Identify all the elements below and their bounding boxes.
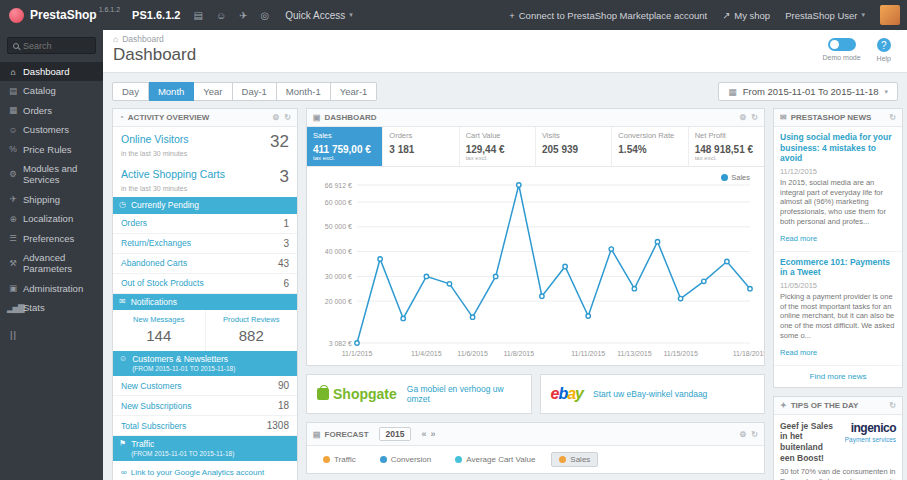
out-of-stock-link[interactable]: Out of Stock Products	[121, 278, 204, 288]
help-icon[interactable]: ?	[877, 38, 891, 52]
chart-legend[interactable]: Sales	[721, 173, 750, 182]
sidebar-item-label: Modules and Services	[23, 163, 96, 186]
search-icon	[13, 43, 19, 49]
sidebar-search[interactable]	[7, 37, 96, 54]
date-range-picker[interactable]: ▦ From 2015-11-01 To 2015-11-18 ▾	[718, 82, 898, 101]
new-messages-cell[interactable]: New Messages 144	[113, 310, 206, 351]
ebay-promo[interactable]: ebay Start uw eBay-winkel vandaag	[540, 374, 766, 414]
ebay-link[interactable]: Start uw eBay-winkel vandaag	[593, 389, 707, 399]
sidebar-item-preferences[interactable]: ☰ Preferences	[0, 229, 103, 248]
user-menu[interactable]: PrestaShop User ▾	[785, 10, 865, 21]
sidebar-item-catalog[interactable]: ▤ Catalog	[0, 81, 103, 100]
range-year-button[interactable]: Year	[194, 82, 232, 101]
dashboard-panel: ▣ DASHBOARD ⚙ ↻ Sales 411 759,00 € tax e…	[306, 108, 765, 366]
new-customers-link[interactable]: New Customers	[121, 381, 181, 391]
read-more-link[interactable]: Read more	[780, 234, 817, 243]
range-day-1-button[interactable]: Day-1	[233, 82, 277, 101]
read-more-link[interactable]: Read more	[780, 348, 817, 357]
google-analytics-link[interactable]: ∞ Link to your Google Analytics account	[113, 461, 297, 480]
profile-icon[interactable]: ☺	[216, 10, 226, 21]
range-year-1-button[interactable]: Year-1	[331, 82, 378, 101]
topbar: PrestaShop 1.6.1.2 PS1.6.1.2 ▤ ☺ ✈ ◎ Qui…	[0, 0, 907, 30]
pending-returns-link[interactable]: Return/Exchanges	[121, 238, 191, 248]
total-subscribers-row: Total Subscribers 1308	[113, 416, 297, 436]
quick-access-menu[interactable]: Quick Access ▾	[285, 10, 353, 21]
sidebar-item-shipping[interactable]: ✈ Shipping	[0, 190, 103, 209]
envelope-icon: ✉	[119, 297, 126, 307]
search-input[interactable]	[23, 41, 93, 51]
cart-icon[interactable]: ▤	[193, 10, 202, 21]
refresh-icon[interactable]: ↻	[751, 113, 758, 122]
sidebar-item-price-rules[interactable]: % Price Rules	[0, 140, 103, 159]
abandoned-carts-link[interactable]: Abandoned Carts	[121, 258, 187, 268]
kpi-net-profit[interactable]: Net Profit 148 918,51 € tax excl.	[689, 127, 764, 166]
my-shop-link[interactable]: ↗ My shop	[722, 10, 770, 21]
range-day-button[interactable]: Day	[112, 82, 149, 101]
online-visitors-metric: Online Visitors 32	[113, 127, 297, 150]
send-icon[interactable]: ✈	[239, 10, 247, 21]
dashboard-icon: ▣	[313, 113, 321, 122]
news-article-excerpt: In 2015, social media are an integral pa…	[780, 178, 896, 227]
find-more-news-link[interactable]: Find more news	[774, 366, 902, 387]
online-visitors-sub: in the last 30 minutes	[113, 150, 297, 162]
sidebar-item-dashboard[interactable]: ⌂ Dashboard	[0, 62, 103, 81]
range-month-button[interactable]: Month	[149, 82, 194, 101]
sidebar-item-advanced-parameters[interactable]: ⚒ Advanced Parameters	[0, 248, 103, 279]
average-cart-value-dot-icon	[455, 456, 462, 463]
news-panel-header: ✉ PRESTASHOP NEWS ↻	[774, 109, 902, 127]
refresh-icon[interactable]: ↻	[284, 113, 291, 122]
forecast-legend-average-cart-value[interactable]: Average Cart Value	[447, 452, 543, 467]
collapse-sidebar-button[interactable]: ||	[0, 317, 103, 353]
out-of-stock-row: Out of Stock Products 6	[113, 274, 297, 294]
kpi-sales[interactable]: Sales 411 759,00 € tax excl.	[307, 127, 383, 166]
sidebar-item-administration[interactable]: ▣ Administration	[0, 279, 103, 298]
chevron-down-icon: ▾	[349, 11, 353, 19]
forecast-panel-header: ▤ FORECAST 2015 « » ⚙ ↻	[307, 423, 764, 446]
gear-icon[interactable]: ⚙	[739, 430, 746, 439]
sidebar-item-localization[interactable]: ⊕ Localization	[0, 209, 103, 228]
new-subscriptions-link[interactable]: New Subscriptions	[121, 401, 191, 411]
sidebar-item-label: Customers	[23, 124, 69, 135]
tip-content: Geef je Sales in het buitenland een Boos…	[774, 415, 902, 480]
sidebar-item-modules[interactable]: ⚙ Modules and Services	[0, 159, 103, 190]
shopgate-link[interactable]: Ga mobiel en verhoog uw omzet	[407, 384, 521, 404]
forecast-legend-traffic[interactable]: Traffic	[315, 452, 364, 467]
kpi-visits[interactable]: Visits 205 939	[536, 127, 612, 166]
product-reviews-cell[interactable]: Product Reviews 882	[206, 310, 298, 351]
range-month-1-button[interactable]: Month-1	[277, 82, 331, 101]
svg-text:3 082 €: 3 082 €	[329, 340, 352, 347]
svg-text:11/15/2015: 11/15/2015	[663, 350, 698, 357]
gear-icon[interactable]: ⚙	[739, 113, 746, 122]
pending-orders-link[interactable]: Orders	[121, 218, 147, 228]
active-carts-link[interactable]: Active Shopping Carts	[121, 168, 225, 180]
kpi-orders[interactable]: Orders 3 181	[383, 127, 459, 166]
online-visitors-link[interactable]: Online Visitors	[121, 133, 189, 145]
shopgate-promo[interactable]: Shopgate Ga mobiel en verhoog uw omzet	[306, 374, 532, 414]
forecast-icon: ▤	[313, 430, 321, 439]
refresh-icon[interactable]: ↻	[751, 430, 758, 439]
shop-name[interactable]: PS1.6.1.2	[132, 9, 180, 21]
forecast-year-select[interactable]: 2015	[379, 427, 412, 441]
sidebar-item-orders[interactable]: ▦ Orders	[0, 101, 103, 120]
total-subscribers-link[interactable]: Total Subscribers	[121, 421, 186, 431]
lifering-icon[interactable]: ◎	[261, 10, 270, 21]
forecast-legend-sales[interactable]: Sales	[551, 452, 598, 467]
sidebar-item-customers[interactable]: ☺ Customers	[0, 120, 103, 139]
demo-mode-toggle[interactable]	[828, 38, 856, 51]
gear-icon[interactable]: ⚙	[272, 113, 279, 122]
previous-year-icon[interactable]: «	[421, 429, 426, 439]
refresh-icon[interactable]: ↻	[889, 113, 896, 122]
sidebar-item-label: Price Rules	[23, 144, 72, 155]
kpi-conversion-rate[interactable]: Conversion Rate 1.54%	[612, 127, 688, 166]
forecast-legend-conversion[interactable]: Conversion	[372, 452, 439, 467]
refresh-icon[interactable]: ↻	[889, 401, 896, 410]
sidebar-item-stats[interactable]: ▂▅▇ Stats	[0, 298, 103, 317]
kpi-cart-value[interactable]: Cart Value 129,44 € tax excl.	[460, 127, 536, 166]
next-year-icon[interactable]: »	[431, 429, 436, 439]
sidebar-item-label: Shipping	[23, 194, 60, 205]
page-title: Dashboard	[113, 45, 196, 65]
news-article-title-link[interactable]: Using social media for your business: 4 …	[780, 132, 896, 164]
news-article-title-link[interactable]: Ecommerce 101: Payments in a Tweet	[780, 257, 896, 278]
avatar[interactable]	[880, 5, 900, 25]
marketplace-link[interactable]: + Connect to PrestaShop Marketplace acco…	[509, 10, 707, 21]
